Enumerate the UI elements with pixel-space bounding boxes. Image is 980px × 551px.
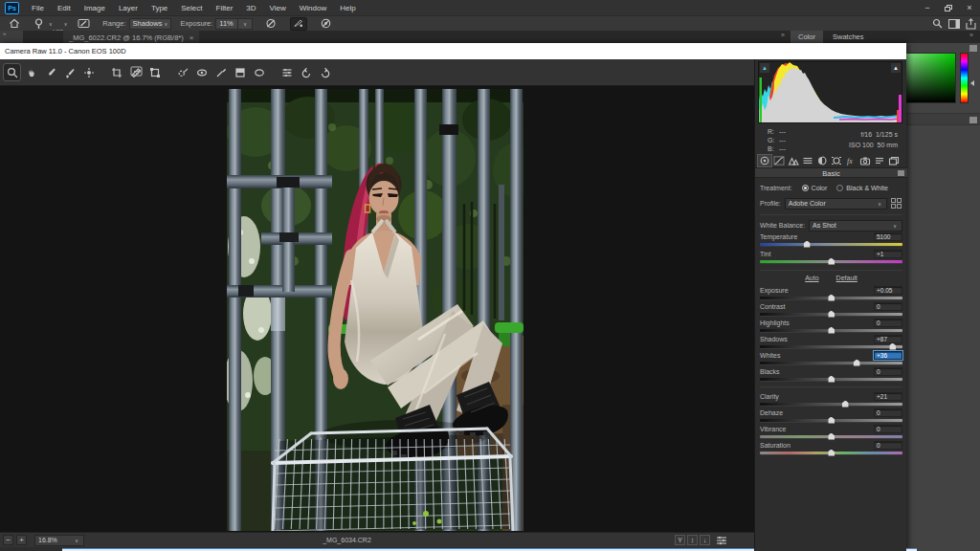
zoom-out-button[interactable]: − xyxy=(3,535,13,545)
menu-view[interactable]: View xyxy=(263,2,293,14)
swap-before-after-button[interactable]: ↕ xyxy=(687,535,698,545)
menu-select[interactable]: Select xyxy=(174,2,209,14)
slider-thumb[interactable] xyxy=(889,343,896,350)
slider-track[interactable] xyxy=(760,403,902,406)
dodge-tool-icon[interactable] xyxy=(31,17,47,31)
brush-preset-picker[interactable]: 1457 xyxy=(55,19,58,28)
slider-value-field[interactable]: 0 xyxy=(874,302,902,311)
image-preview-area[interactable] xyxy=(0,86,754,532)
shadow-clipping-toggle-icon[interactable]: ▲ xyxy=(760,63,769,73)
slider-value-field[interactable]: 0 xyxy=(874,441,902,450)
slider-track[interactable] xyxy=(760,419,902,422)
panel-group-collapse-icon[interactable]: » xyxy=(781,32,785,38)
white-balance-tool-icon[interactable] xyxy=(42,64,58,80)
menu-file[interactable]: File xyxy=(25,2,51,14)
default-link[interactable]: Default xyxy=(836,275,858,284)
treatment-bw-radio[interactable] xyxy=(836,185,843,191)
share-icon[interactable] xyxy=(966,18,976,30)
adjustment-brush-tool-icon[interactable] xyxy=(212,64,229,80)
exposure-value-field[interactable]: 11% xyxy=(215,18,238,30)
color-sampler-tool-icon[interactable] xyxy=(61,64,78,80)
graduated-filter-tool-icon[interactable] xyxy=(232,64,248,80)
menu-3d[interactable]: 3D xyxy=(239,2,262,14)
airbrush-icon[interactable] xyxy=(262,17,280,31)
menu-type[interactable]: Type xyxy=(145,2,174,14)
panel-menu-icon[interactable] xyxy=(969,117,977,123)
crop-tool-icon[interactable] xyxy=(108,64,124,80)
camera-calibration-panel-icon[interactable] xyxy=(858,155,872,166)
rotate-left-icon[interactable] xyxy=(298,64,314,80)
spot-removal-tool-icon[interactable] xyxy=(174,64,190,80)
tone-curve-panel-icon[interactable] xyxy=(772,155,786,166)
slider-thumb[interactable] xyxy=(828,450,835,456)
radial-filter-tool-icon[interactable] xyxy=(251,64,267,80)
hand-tool-icon[interactable] xyxy=(23,64,39,80)
presets-panel-icon[interactable] xyxy=(873,155,886,166)
menu-image[interactable]: Image xyxy=(78,2,112,14)
slider-value-field[interactable]: 0 xyxy=(874,425,902,433)
slider-track[interactable] xyxy=(760,435,902,438)
slider-value-field[interactable]: 0 xyxy=(874,408,902,417)
transform-tool-icon[interactable] xyxy=(146,64,163,80)
menu-help[interactable]: Help xyxy=(333,2,362,14)
brush-settings-icon[interactable] xyxy=(75,17,93,31)
menu-edit[interactable]: Edit xyxy=(51,2,78,14)
basic-panel-icon[interactable] xyxy=(758,155,771,166)
color-panel-menu-icon[interactable] xyxy=(969,45,977,52)
slider-track[interactable] xyxy=(760,297,902,299)
tab-color-panel[interactable]: Color xyxy=(791,31,823,44)
close-button[interactable]: × xyxy=(959,0,980,15)
slider-track[interactable] xyxy=(760,362,902,364)
menu-window[interactable]: Window xyxy=(293,2,333,14)
slider-thumb[interactable] xyxy=(828,376,835,383)
slider-thumb[interactable] xyxy=(828,258,835,265)
slider-track[interactable] xyxy=(760,378,902,381)
zoom-level-dropdown[interactable]: 16.8% ∨ xyxy=(34,535,84,546)
fullscreen-toggle-icon[interactable] xyxy=(130,66,143,77)
slider-value-field[interactable]: 0 xyxy=(874,319,902,327)
range-dropdown[interactable]: Shadows∨ xyxy=(129,18,171,30)
slider-thumb[interactable] xyxy=(842,401,849,408)
slider-track[interactable] xyxy=(760,329,902,332)
search-icon[interactable] xyxy=(932,18,943,29)
slider-value-field[interactable]: +87 xyxy=(874,335,902,343)
tab-close-icon[interactable]: × xyxy=(189,33,194,42)
zoom-tool-icon[interactable] xyxy=(4,64,20,80)
slider-value-field[interactable]: 0 xyxy=(874,367,902,376)
photoshop-logo[interactable]: Ps xyxy=(5,2,19,14)
dock-collapse-icon[interactable]: » xyxy=(969,32,973,38)
slider-value-field[interactable]: +21 xyxy=(874,392,902,401)
home-icon[interactable] xyxy=(6,17,23,31)
slider-value-field[interactable]: +36 xyxy=(874,351,902,360)
highlight-clipping-toggle-icon[interactable]: ▲ xyxy=(891,63,901,73)
pressure-opacity-toggle-icon[interactable] xyxy=(290,17,307,31)
slider-value-field[interactable]: +1 xyxy=(874,250,902,258)
profile-dropdown[interactable]: Adobe Color ∨ xyxy=(785,198,887,209)
split-toning-panel-icon[interactable] xyxy=(815,155,829,166)
white-balance-dropdown[interactable]: As Shot ∨ xyxy=(809,220,902,231)
slider-thumb[interactable] xyxy=(804,241,811,248)
slider-thumb[interactable] xyxy=(828,327,835,334)
snapshots-panel-icon[interactable] xyxy=(887,155,901,166)
rotate-right-icon[interactable] xyxy=(317,64,333,80)
tab-swatches-panel[interactable]: Swatches xyxy=(825,31,872,44)
slider-track[interactable] xyxy=(760,345,902,348)
red-eye-tool-icon[interactable] xyxy=(193,64,210,80)
basic-panel-menu-icon[interactable] xyxy=(898,170,904,176)
menu-layer[interactable]: Layer xyxy=(112,2,145,14)
slider-thumb[interactable] xyxy=(828,433,835,440)
slider-thumb[interactable] xyxy=(854,360,860,366)
lens-corrections-panel-icon[interactable] xyxy=(830,155,843,166)
preview-toggle-button[interactable]: Y xyxy=(675,535,685,545)
slider-thumb[interactable] xyxy=(828,295,835,301)
color-picker-field[interactable] xyxy=(904,53,956,103)
hsl-grayscale-panel-icon[interactable] xyxy=(801,155,814,166)
tool-preset-chevron-icon[interactable]: ∨ xyxy=(49,21,53,27)
tools-dock-stub[interactable]: » xyxy=(0,31,23,44)
effects-panel-icon[interactable]: fx xyxy=(844,155,858,166)
slider-track[interactable] xyxy=(760,243,902,246)
slider-thumb[interactable] xyxy=(828,417,835,424)
hue-slider-arrow-icon[interactable] xyxy=(970,80,974,86)
restore-button[interactable] xyxy=(938,0,959,15)
slider-track[interactable] xyxy=(760,452,902,454)
